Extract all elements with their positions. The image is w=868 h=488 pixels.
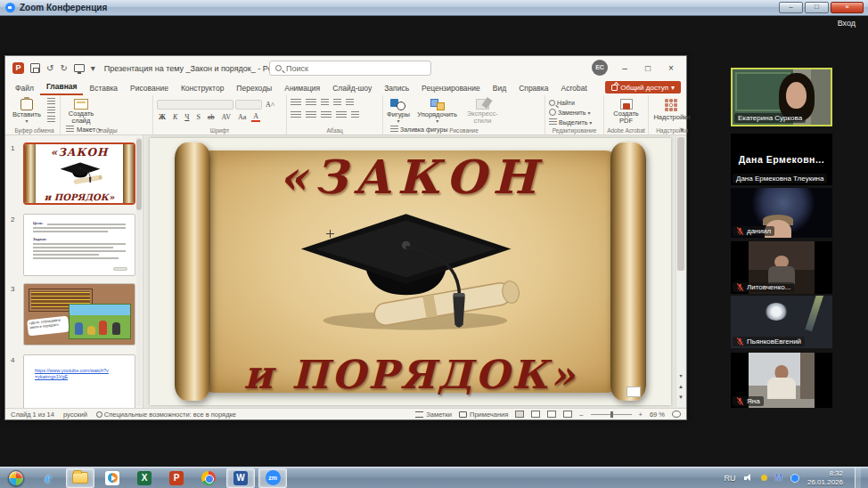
zoom-percentage[interactable]: 69 % (650, 411, 665, 419)
line-spacing-icon[interactable] (346, 99, 354, 107)
zoom-out-button[interactable]: – (579, 411, 583, 419)
undo-icon[interactable]: ↺ (46, 63, 53, 73)
search-input[interactable]: Поиск (269, 61, 431, 76)
show-desktop-button[interactable] (855, 468, 861, 488)
taskbar-word[interactable]: W (226, 468, 255, 488)
taskbar-chrome[interactable] (194, 468, 223, 488)
participant-tile[interactable]: Литовченко... (731, 241, 832, 294)
select-button[interactable]: Выделить▾ (549, 118, 600, 126)
taskbar-internet-explorer[interactable]: e (34, 468, 62, 488)
taskbar-powerpoint[interactable]: P (162, 468, 191, 488)
next-slide-button[interactable]: ▼ (676, 394, 685, 402)
slide-sorter-view-button[interactable] (531, 411, 540, 418)
replace-button[interactable]: Заменить▾ (549, 108, 600, 117)
reading-view-button[interactable] (547, 411, 556, 418)
slide-2-thumbnail[interactable]: Цель: Задачи: (23, 214, 135, 276)
font-color-button[interactable]: А (251, 112, 260, 122)
tab-record[interactable]: Запись (378, 82, 415, 95)
indent-decrease-icon[interactable] (321, 99, 329, 107)
format-painter-icon[interactable] (47, 116, 55, 124)
addins-button[interactable]: Надстройки (652, 98, 692, 125)
tab-draw[interactable]: Рисование (124, 82, 175, 95)
underline-button[interactable]: Ч (183, 113, 191, 121)
tray-zoom-icon[interactable] (790, 474, 799, 483)
participant-tile[interactable]: Екатерина Суркова (731, 68, 832, 126)
ppt-restore-button[interactable]: □ (636, 56, 659, 80)
bold-button[interactable]: Ж (157, 113, 168, 121)
language-indicator[interactable]: русский (63, 411, 87, 419)
paste-button[interactable]: Вставить ▾ (12, 98, 41, 125)
numbering-icon[interactable] (306, 99, 316, 107)
indent-increase-icon[interactable] (333, 99, 341, 107)
justify-icon[interactable] (336, 111, 347, 119)
slide-1-thumbnail[interactable]: «ЗАКОН и ПОРЯДОК» (23, 142, 135, 205)
scroll-down-icon[interactable]: ▾ (676, 372, 685, 380)
char-spacing-button[interactable]: AV (219, 113, 233, 121)
taskbar-clock[interactable]: 8:32 26.01.2026 (807, 469, 843, 487)
tab-view[interactable]: Вид (487, 82, 512, 95)
quick-access-dropdown-icon[interactable]: ▾ (91, 63, 95, 73)
cut-icon[interactable] (47, 98, 55, 106)
collapse-ribbon-icon[interactable]: ▾ (680, 126, 684, 134)
taskbar-excel[interactable]: X (130, 468, 159, 488)
text-shadow-button[interactable]: S (194, 113, 201, 121)
tab-help[interactable]: Справка (512, 82, 554, 95)
arrange-button[interactable]: Упорядочить ▾ (417, 98, 457, 125)
copy-icon[interactable] (47, 107, 55, 115)
zoom-maximize-button[interactable]: □ (805, 2, 829, 13)
font-size-select[interactable] (235, 100, 262, 110)
tray-app-icon-2[interactable]: M (775, 473, 782, 483)
align-right-icon[interactable] (321, 111, 332, 119)
bullets-icon[interactable] (291, 99, 301, 107)
language-indicator-tray[interactable]: RU (725, 474, 736, 483)
participant-tile[interactable]: Дана Ермековн... Дана Ермековна Тлеукина (731, 134, 832, 185)
participant-tile[interactable]: Яна (731, 353, 832, 408)
align-center-icon[interactable] (306, 111, 316, 119)
zoom-minimize-button[interactable]: – (779, 2, 803, 13)
slide-4-thumbnail[interactable]: https://www.youtube.com/watch?v=ykatmgx1… (23, 354, 135, 411)
zoom-close-button[interactable]: × (831, 2, 864, 13)
find-button[interactable]: Найти (549, 98, 600, 107)
tab-slideshow[interactable]: Слайд-шоу (326, 82, 378, 95)
ppt-minimize-button[interactable]: – (613, 56, 636, 80)
start-button[interactable] (2, 468, 30, 488)
tab-review[interactable]: Рецензирование (415, 82, 487, 95)
strikethrough-button[interactable]: ab (206, 113, 217, 121)
shapes-button[interactable]: Фигуры ▾ (387, 98, 410, 125)
comments-button[interactable]: Примечания (459, 411, 508, 419)
scrollbar-thumb[interactable] (677, 137, 684, 271)
tab-file[interactable]: Файл (9, 82, 40, 95)
taskbar-file-explorer[interactable] (66, 468, 94, 488)
powerpoint-app-icon[interactable]: P (12, 62, 24, 74)
tab-acrobat[interactable]: Acrobat (555, 82, 594, 95)
tab-insert[interactable]: Вставка (83, 82, 124, 95)
zoom-in-button[interactable]: + (639, 411, 643, 419)
tab-animations[interactable]: Анимация (278, 82, 326, 95)
slide-3-thumbnail[interactable]: «Дети, соблюдайте закон и порядок!» (23, 283, 135, 346)
zoom-slider[interactable] (591, 414, 632, 415)
slide-4-hyperlink[interactable]: https://www.youtube.com/watch?v=ykatmgx1… (35, 368, 111, 380)
redo-icon[interactable]: ↻ (60, 63, 67, 73)
notes-button[interactable]: Заметки (415, 411, 452, 419)
tab-design[interactable]: Конструктор (175, 82, 230, 95)
grow-font-button[interactable]: A˄ (264, 101, 276, 109)
tab-home[interactable]: Главная (40, 80, 84, 95)
columns-icon[interactable] (351, 111, 359, 119)
save-icon[interactable] (30, 63, 40, 73)
align-left-icon[interactable] (291, 111, 301, 119)
slide-canvas[interactable]: «ЗАКОН и ПОРЯДОК» (150, 138, 671, 405)
quick-styles-button[interactable]: Экспресс-стили (464, 98, 500, 125)
accessibility-status[interactable]: Специальные возможности: все в порядке (96, 411, 236, 419)
tray-app-icon-1[interactable] (761, 475, 767, 481)
participant-tile[interactable]: даниил (731, 188, 832, 238)
previous-slide-button[interactable]: ▲ (676, 383, 685, 391)
zoom-slider-thumb[interactable] (610, 411, 613, 418)
taskbar-zoom[interactable]: zm (258, 468, 287, 488)
normal-view-button[interactable] (515, 411, 524, 418)
fit-slide-button[interactable] (672, 411, 681, 418)
share-button[interactable]: Общий доступ ▾ (605, 81, 681, 94)
slide-area-scrollbar[interactable]: ▾ ▲ ▼ (676, 136, 685, 407)
thumbnail-scrollbar[interactable] (136, 137, 142, 406)
participant-tile[interactable]: ПьянковЕвгений (731, 296, 832, 348)
volume-icon[interactable] (744, 474, 753, 482)
